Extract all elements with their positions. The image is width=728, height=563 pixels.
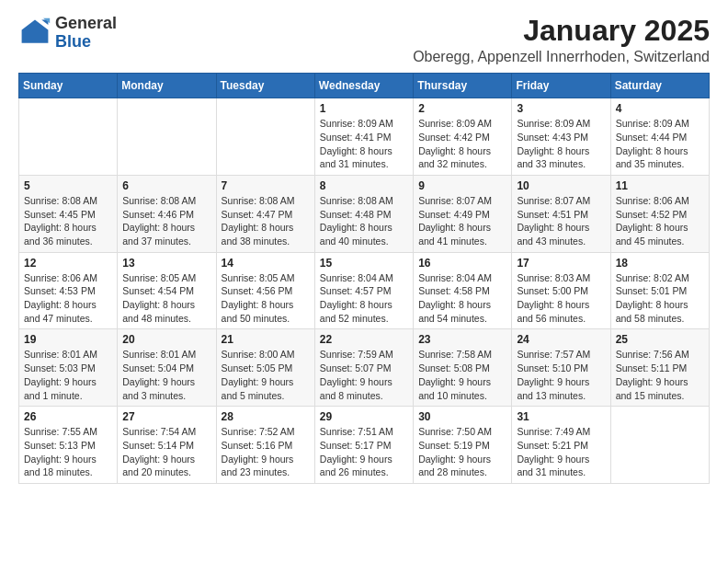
day-info: Daylight: 9 hours and 10 minutes. bbox=[418, 375, 506, 402]
calendar-cell: 14Sunrise: 8:05 AMSunset: 4:56 PMDayligh… bbox=[216, 252, 314, 329]
day-number: 4 bbox=[616, 102, 704, 115]
day-info: Sunrise: 8:07 AM bbox=[517, 194, 605, 208]
day-number: 27 bbox=[122, 410, 210, 423]
day-info: Sunset: 4:56 PM bbox=[222, 284, 310, 298]
day-info: Daylight: 8 hours and 32 minutes. bbox=[418, 144, 506, 171]
day-info: Sunset: 4:52 PM bbox=[616, 208, 704, 222]
day-info: Sunrise: 7:50 AM bbox=[418, 425, 506, 439]
day-info: Daylight: 8 hours and 43 minutes. bbox=[517, 221, 605, 247]
day-info: Sunrise: 8:01 AM bbox=[24, 348, 112, 362]
day-info: Daylight: 9 hours and 5 minutes. bbox=[222, 375, 310, 402]
svg-marker-0 bbox=[22, 19, 49, 42]
day-info: Sunrise: 7:56 AM bbox=[616, 348, 704, 362]
day-number: 31 bbox=[517, 410, 605, 423]
day-info: Sunset: 5:10 PM bbox=[517, 362, 605, 375]
weekday-header: Saturday bbox=[610, 74, 709, 98]
calendar-cell: 16Sunrise: 8:04 AMSunset: 4:58 PMDayligh… bbox=[414, 252, 512, 329]
day-info: Sunrise: 7:54 AM bbox=[122, 425, 210, 439]
calendar-cell: 20Sunrise: 8:01 AMSunset: 5:04 PMDayligh… bbox=[118, 329, 216, 407]
day-info: Sunrise: 7:51 AM bbox=[320, 425, 408, 439]
calendar-cell: 13Sunrise: 8:05 AMSunset: 4:54 PMDayligh… bbox=[118, 252, 216, 329]
calendar-cell bbox=[216, 98, 314, 176]
day-info: Daylight: 9 hours and 26 minutes. bbox=[320, 453, 408, 479]
day-info: Daylight: 8 hours and 58 minutes. bbox=[616, 298, 704, 325]
day-info: Sunset: 5:11 PM bbox=[616, 362, 704, 375]
day-number: 26 bbox=[24, 410, 112, 423]
day-info: Sunset: 4:49 PM bbox=[418, 208, 506, 222]
day-info: Sunset: 4:42 PM bbox=[418, 131, 506, 144]
day-info: Daylight: 8 hours and 40 minutes. bbox=[320, 221, 408, 247]
calendar-cell: 21Sunrise: 8:00 AMSunset: 5:05 PMDayligh… bbox=[216, 329, 314, 407]
day-info: Daylight: 8 hours and 48 minutes. bbox=[122, 298, 210, 325]
day-info: Daylight: 9 hours and 3 minutes. bbox=[122, 375, 210, 402]
day-info: Sunset: 4:47 PM bbox=[222, 208, 310, 222]
day-number: 1 bbox=[320, 102, 408, 115]
day-number: 23 bbox=[418, 333, 506, 346]
weekday-header: Wednesday bbox=[314, 74, 413, 98]
day-number: 14 bbox=[222, 257, 310, 270]
logo-blue: Blue bbox=[55, 32, 91, 51]
calendar-cell: 4Sunrise: 8:09 AMSunset: 4:44 PMDaylight… bbox=[610, 98, 709, 176]
day-info: Sunrise: 8:01 AM bbox=[122, 348, 210, 362]
day-number: 21 bbox=[222, 333, 310, 346]
day-info: Sunrise: 8:03 AM bbox=[517, 271, 605, 285]
day-info: Sunrise: 8:06 AM bbox=[616, 194, 704, 208]
day-info: Sunset: 5:16 PM bbox=[222, 439, 310, 453]
calendar-cell: 11Sunrise: 8:06 AMSunset: 4:52 PMDayligh… bbox=[610, 175, 709, 252]
day-info: Daylight: 8 hours and 47 minutes. bbox=[24, 298, 112, 325]
calendar-cell: 22Sunrise: 7:59 AMSunset: 5:07 PMDayligh… bbox=[314, 329, 413, 407]
day-number: 30 bbox=[418, 410, 506, 423]
day-info: Sunrise: 8:09 AM bbox=[320, 117, 408, 131]
day-info: Daylight: 9 hours and 1 minute. bbox=[24, 375, 112, 402]
day-info: Sunrise: 8:09 AM bbox=[517, 117, 605, 131]
day-number: 17 bbox=[517, 257, 605, 270]
calendar-cell: 9Sunrise: 8:07 AMSunset: 4:49 PMDaylight… bbox=[414, 175, 512, 252]
calendar-cell bbox=[19, 98, 118, 176]
calendar-table: SundayMondayTuesdayWednesdayThursdayFrid… bbox=[18, 73, 710, 484]
day-info: Sunset: 4:58 PM bbox=[418, 284, 506, 298]
day-info: Daylight: 9 hours and 8 minutes. bbox=[320, 375, 408, 402]
day-number: 8 bbox=[320, 179, 408, 192]
day-info: Sunset: 5:05 PM bbox=[222, 362, 310, 375]
location-title: Oberegg, Appenzell Innerrhoden, Switzerl… bbox=[413, 49, 710, 65]
calendar-cell: 10Sunrise: 8:07 AMSunset: 4:51 PMDayligh… bbox=[512, 175, 610, 252]
weekday-header: Sunday bbox=[19, 74, 118, 98]
day-number: 18 bbox=[616, 257, 704, 270]
day-info: Sunrise: 7:58 AM bbox=[418, 348, 506, 362]
title-section: January 2025 Oberegg, Appenzell Innerrho… bbox=[413, 15, 710, 65]
day-info: Daylight: 8 hours and 50 minutes. bbox=[222, 298, 310, 325]
day-info: Sunrise: 7:57 AM bbox=[517, 348, 605, 362]
calendar-cell: 18Sunrise: 8:02 AMSunset: 5:01 PMDayligh… bbox=[610, 252, 709, 329]
calendar-week-row: 1Sunrise: 8:09 AMSunset: 4:41 PMDaylight… bbox=[19, 98, 710, 176]
weekday-header: Tuesday bbox=[216, 74, 314, 98]
day-info: Sunset: 5:21 PM bbox=[517, 439, 605, 453]
calendar-cell: 3Sunrise: 8:09 AMSunset: 4:43 PMDaylight… bbox=[512, 98, 610, 176]
day-info: Daylight: 8 hours and 52 minutes. bbox=[320, 298, 408, 325]
day-info: Sunrise: 8:04 AM bbox=[418, 271, 506, 285]
day-info: Sunset: 5:08 PM bbox=[418, 362, 506, 375]
day-info: Sunset: 5:14 PM bbox=[122, 439, 210, 453]
day-info: Sunrise: 8:00 AM bbox=[222, 348, 310, 362]
day-info: Sunset: 4:46 PM bbox=[122, 208, 210, 222]
calendar-cell: 26Sunrise: 7:55 AMSunset: 5:13 PMDayligh… bbox=[19, 407, 118, 484]
day-info: Daylight: 8 hours and 33 minutes. bbox=[517, 144, 605, 171]
day-info: Sunset: 4:45 PM bbox=[24, 208, 112, 222]
day-info: Sunset: 4:48 PM bbox=[320, 208, 408, 222]
day-info: Daylight: 8 hours and 54 minutes. bbox=[418, 298, 506, 325]
day-info: Daylight: 8 hours and 31 minutes. bbox=[320, 144, 408, 171]
calendar-cell: 7Sunrise: 8:08 AMSunset: 4:47 PMDaylight… bbox=[216, 175, 314, 252]
day-number: 3 bbox=[517, 102, 605, 115]
day-info: Sunset: 5:01 PM bbox=[616, 284, 704, 298]
day-number: 10 bbox=[517, 179, 605, 192]
logo-text: General Blue bbox=[55, 15, 117, 52]
calendar-cell: 17Sunrise: 8:03 AMSunset: 5:00 PMDayligh… bbox=[512, 252, 610, 329]
day-info: Daylight: 8 hours and 56 minutes. bbox=[517, 298, 605, 325]
day-info: Sunrise: 8:06 AM bbox=[24, 271, 112, 285]
day-number: 5 bbox=[24, 179, 112, 192]
day-info: Daylight: 8 hours and 45 minutes. bbox=[616, 221, 704, 247]
logo-general: General bbox=[55, 14, 117, 32]
calendar-cell: 28Sunrise: 7:52 AMSunset: 5:16 PMDayligh… bbox=[216, 407, 314, 484]
calendar-cell: 6Sunrise: 8:08 AMSunset: 4:46 PMDaylight… bbox=[118, 175, 216, 252]
day-number: 7 bbox=[222, 179, 310, 192]
calendar-cell: 8Sunrise: 8:08 AMSunset: 4:48 PMDaylight… bbox=[314, 175, 413, 252]
